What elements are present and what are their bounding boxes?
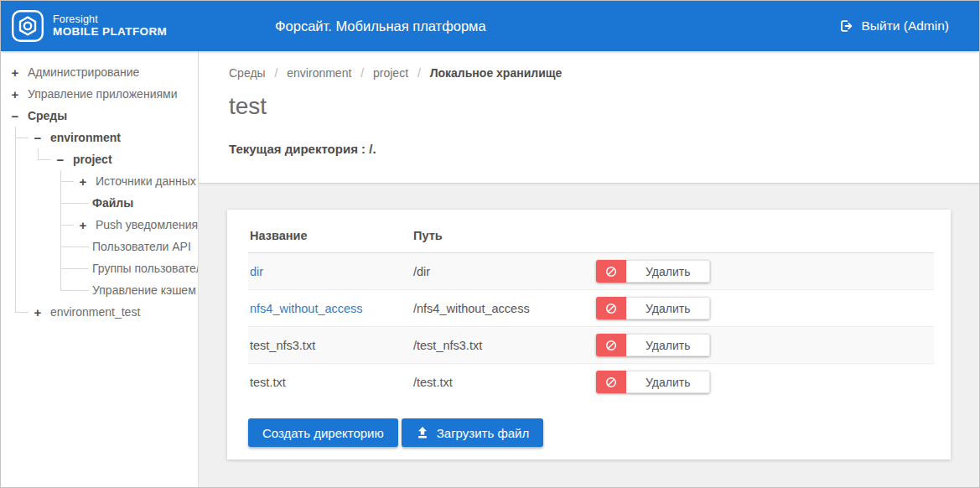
delete-button[interactable]: Удалить (596, 297, 710, 319)
app-title: Форсайт. Мобильная платформа (275, 18, 486, 34)
logout-button[interactable]: Выйти (Admin) (838, 18, 949, 34)
column-header-name: Название (248, 216, 412, 253)
tree-item-user-groups-row[interactable]: Группы пользователей (77, 257, 193, 279)
table-row: dir /dir (248, 253, 934, 290)
expand-icon[interactable]: + (77, 176, 89, 188)
main-content: Среды / environment / project / Локально… (199, 51, 979, 487)
collapse-icon[interactable]: − (9, 111, 21, 122)
tree-item-data-sources-row[interactable]: + Источники данных (77, 170, 193, 192)
tree-item-environment: − environment − project (15, 127, 193, 301)
delete-button[interactable]: Удалить (596, 260, 710, 283)
file-path: /test_nfs3.txt (412, 327, 594, 364)
brand-line2: MOBILE PLATFORM (53, 25, 167, 39)
tree-item-cache-management: Управление кэшем (60, 279, 193, 301)
ban-icon (596, 260, 626, 283)
current-directory-label: Текущая директория : /. (229, 142, 954, 156)
delete-button[interactable]: Удалить (596, 371, 710, 393)
breadcrumb: Среды / environment / project / Локально… (229, 66, 954, 80)
brand-logo[interactable]: Foresight MOBILE PLATFORM (11, 9, 167, 43)
tree-item-label: Группы пользователей (92, 262, 199, 275)
tree-item-api-users-row[interactable]: Пользователи API (77, 236, 193, 257)
files-table: Название Путь dir /dir (248, 216, 934, 400)
tree-item-app-management: + Управление приложениями (9, 83, 193, 105)
brand-line1: Foresight (53, 13, 167, 25)
delete-button-label: Удалить (626, 297, 710, 319)
tree-item-label: environment (50, 131, 121, 144)
tree-item-label: Администрирование (28, 65, 140, 79)
expand-icon[interactable]: + (9, 67, 21, 79)
table-row: test_nfs3.txt /test_nfs3.txt (248, 327, 934, 364)
tree-item-files-row[interactable]: Файлы (77, 192, 193, 214)
upload-file-label: Загрузить файл (437, 426, 529, 440)
tree-item-project-row[interactable]: − project (54, 148, 193, 170)
tree-item-push-notifications: + Push уведомления (60, 214, 193, 236)
create-directory-label: Создать директорию (262, 426, 384, 440)
tree-item-api-users: Пользователи API (60, 236, 193, 257)
tree-item-label: Источники данных (96, 174, 196, 188)
tree-children-environments: − environment − project (15, 127, 193, 323)
tree-item-data-sources: + Источники данных (60, 170, 193, 192)
create-directory-button[interactable]: Создать директорию (248, 418, 398, 447)
delete-button-label: Удалить (626, 334, 710, 356)
tree-item-label: environment_test (50, 305, 140, 319)
navigation-tree: + Администрирование + Управление приложе… (9, 61, 193, 323)
tree-children-environment: − project + Источники данных (38, 148, 193, 301)
foresight-logo-icon (11, 9, 44, 43)
tree-item-label: Файлы (92, 196, 133, 210)
tree-item-label: Push уведомления (96, 218, 198, 231)
tree-item-environments: − Среды − environment (9, 105, 193, 323)
file-name: test_nfs3.txt (250, 339, 315, 352)
tree-item-administration: + Администрирование (9, 61, 193, 83)
ban-icon (596, 371, 626, 393)
logout-icon (838, 18, 853, 34)
delete-button-label: Удалить (626, 371, 710, 393)
file-path: /nfs4_without_access (412, 290, 594, 327)
tree-item-project: − project + Источники данных (38, 148, 193, 301)
tree-root: + Администрирование + Управление приложе… (9, 61, 193, 323)
sidebar: + Администрирование + Управление приложе… (1, 51, 199, 487)
collapse-icon[interactable]: − (54, 154, 66, 166)
logout-label: Выйти (Admin) (862, 18, 949, 34)
upload-file-button[interactable]: Загрузить файл (402, 418, 543, 447)
content-area: Название Путь dir /dir (199, 184, 979, 487)
file-name-link[interactable]: nfs4_without_access (250, 302, 363, 315)
table-header-row: Название Путь (248, 216, 934, 253)
column-header-path: Путь (412, 216, 594, 253)
page-title: test (229, 93, 954, 120)
breadcrumb-project[interactable]: project (373, 66, 408, 80)
breadcrumb-separator: / (360, 66, 364, 80)
tree-children-project: + Источники данных Файлы (60, 170, 193, 301)
expand-icon[interactable]: + (77, 220, 89, 231)
tree-item-label: Пользователи API (92, 240, 191, 253)
app-window: Foresight MOBILE PLATFORM Форсайт. Мобил… (0, 0, 980, 488)
delete-button[interactable]: Удалить (596, 334, 710, 356)
tree-item-environment-test-row[interactable]: + environment_test (32, 301, 193, 323)
file-path: /dir (412, 253, 594, 290)
breadcrumb-separator: / (275, 66, 278, 80)
table-row: test.txt /test.txt (248, 364, 934, 401)
file-name-link[interactable]: dir (250, 265, 263, 278)
ban-icon (596, 297, 626, 319)
tree-item-environments-row[interactable]: − Среды (9, 105, 193, 127)
column-header-actions (594, 216, 934, 253)
tree-item-label: Управление кэшем (92, 283, 196, 297)
top-navbar: Foresight MOBILE PLATFORM Форсайт. Мобил… (1, 1, 979, 51)
tree-item-files: Файлы (60, 192, 193, 214)
tree-item-label: Среды (28, 109, 67, 122)
expand-icon[interactable]: + (9, 89, 21, 101)
breadcrumb-environments[interactable]: Среды (229, 66, 266, 80)
tree-item-user-groups: Группы пользователей (60, 257, 193, 279)
breadcrumb-environment[interactable]: environment (287, 66, 351, 80)
tree-item-administration-row[interactable]: + Администрирование (9, 61, 193, 83)
tree-item-push-notifications-row[interactable]: + Push уведомления (77, 214, 193, 236)
breadcrumb-current: Локальное хранилище (430, 66, 563, 80)
brand-text: Foresight MOBILE PLATFORM (53, 13, 167, 39)
tree-item-app-management-row[interactable]: + Управление приложениями (9, 83, 193, 105)
table-row: nfs4_without_access /nfs4_without_access (248, 290, 934, 327)
collapse-icon[interactable]: − (32, 132, 44, 144)
tree-item-environment-row[interactable]: − environment (32, 127, 193, 148)
expand-icon[interactable]: + (32, 307, 44, 319)
tree-item-cache-management-row[interactable]: Управление кэшем (77, 279, 193, 301)
tree-item-label: Управление приложениями (28, 87, 178, 101)
tree-item-environment-test: + environment_test (15, 301, 193, 323)
